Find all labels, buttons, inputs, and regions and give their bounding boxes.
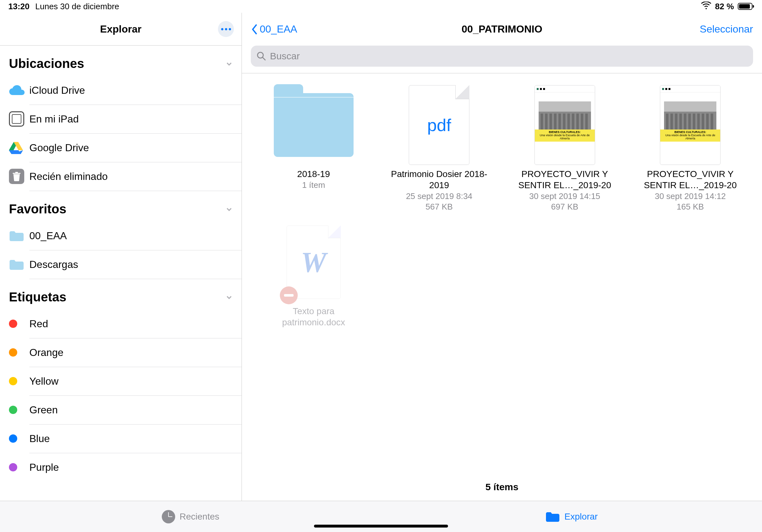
section-header-tags[interactable]: Etiquetas bbox=[0, 279, 242, 309]
sidebar-fav-downloads[interactable]: Descargas bbox=[0, 250, 242, 279]
sidebar-header: Explorar bbox=[0, 13, 242, 46]
item-count: 5 ítems bbox=[242, 477, 762, 501]
tag-dot-icon bbox=[9, 377, 17, 385]
more-button[interactable] bbox=[218, 21, 234, 37]
folder-icon bbox=[274, 93, 353, 157]
chevron-down-icon bbox=[226, 60, 233, 67]
sidebar-item-label: Descargas bbox=[29, 259, 233, 270]
back-label: 00_EAA bbox=[260, 23, 297, 35]
select-button[interactable]: Seleccionar bbox=[700, 23, 753, 35]
tag-dot-icon bbox=[9, 463, 17, 471]
file-size: 165 KB bbox=[677, 202, 704, 212]
clock-icon bbox=[162, 510, 175, 523]
tab-label: Explorar bbox=[565, 511, 598, 522]
main-nav: 00_EAA 00_PATRIMONIO Seleccionar bbox=[242, 13, 762, 46]
word-doc-icon: W bbox=[286, 226, 341, 299]
section-title-tags: Etiquetas bbox=[9, 290, 66, 304]
sidebar-title: Explorar bbox=[100, 23, 142, 35]
sidebar-fav-00-eaa[interactable]: 00_EAA bbox=[0, 221, 242, 250]
tag-dot-icon bbox=[9, 434, 17, 443]
file-name: Patrimonio Dosier 2018-2019 bbox=[386, 168, 492, 191]
file-meta: 30 sept 2019 14:15 bbox=[529, 191, 600, 201]
section-header-locations[interactable]: Ubicaciones bbox=[0, 46, 242, 76]
sidebar-item-on-my-ipad[interactable]: En mi iPad bbox=[0, 104, 242, 133]
chevron-down-icon bbox=[226, 294, 233, 301]
status-bar: 13:20 Lunes 30 de diciembre 82 % bbox=[0, 0, 762, 13]
file-meta: 25 sept 2019 8:34 bbox=[406, 191, 472, 201]
file-name: 2018-19 bbox=[297, 168, 330, 179]
folder-icon bbox=[9, 258, 24, 270]
file-size: 567 KB bbox=[426, 202, 453, 212]
sidebar-item-recently-deleted[interactable]: Recién eliminado bbox=[0, 162, 242, 191]
file-size: 697 KB bbox=[551, 202, 578, 212]
file-item[interactable]: BIENES CULTURALES:Una visión desde la Es… bbox=[632, 84, 750, 212]
file-meta: 30 sept 2019 14:12 bbox=[655, 191, 726, 201]
unavailable-badge-icon bbox=[280, 287, 298, 304]
sidebar-tag-green[interactable]: Green bbox=[0, 395, 242, 424]
tag-dot-icon bbox=[9, 348, 17, 357]
file-meta: 1 ítem bbox=[302, 180, 325, 190]
file-name: PROYECTO_VIVIR Y SENTIR EL…_2019-20 bbox=[512, 168, 617, 191]
sidebar-tag-orange[interactable]: Orange bbox=[0, 338, 242, 367]
sidebar-tag-yellow[interactable]: Yellow bbox=[0, 367, 242, 395]
status-time: 13:20 bbox=[8, 2, 30, 12]
document-thumbnail: BIENES CULTURALES:Una visión desde la Es… bbox=[660, 85, 721, 165]
wifi-icon bbox=[701, 2, 711, 12]
google-drive-icon bbox=[9, 141, 23, 154]
sidebar-item-label: Red bbox=[29, 318, 233, 330]
folder-icon bbox=[545, 511, 560, 522]
search-icon bbox=[257, 51, 266, 61]
file-item[interactable]: BIENES CULTURALES:Una visión desde la Es… bbox=[506, 84, 624, 212]
tag-dot-icon bbox=[9, 406, 17, 414]
folder-icon bbox=[9, 230, 24, 242]
svg-line-5 bbox=[263, 57, 265, 60]
sidebar-item-gdrive[interactable]: Google Drive bbox=[0, 133, 242, 162]
svg-marker-3 bbox=[9, 150, 21, 154]
section-title-favorites: Favoritos bbox=[9, 202, 66, 216]
sidebar: Explorar Ubicaciones bbox=[0, 13, 242, 501]
file-name: PROYECTO_VIVIR Y SENTIR EL…_2019-20 bbox=[638, 168, 743, 191]
sidebar-tag-purple[interactable]: Purple bbox=[0, 453, 242, 482]
trash-icon bbox=[9, 169, 24, 184]
sidebar-item-label: Yellow bbox=[29, 375, 233, 387]
sidebar-item-label: Blue bbox=[29, 433, 233, 445]
section-header-favorites[interactable]: Favoritos bbox=[0, 191, 242, 221]
home-indicator bbox=[314, 525, 448, 528]
document-thumbnail: BIENES CULTURALES:Una visión desde la Es… bbox=[534, 85, 595, 165]
chevron-down-icon bbox=[226, 206, 233, 213]
sidebar-item-label: Purple bbox=[29, 461, 233, 473]
sidebar-item-label: Orange bbox=[29, 347, 233, 359]
file-name: Texto para patrimonio.docx bbox=[261, 305, 366, 328]
ipad-icon bbox=[9, 111, 24, 127]
search-field[interactable] bbox=[251, 46, 753, 67]
sidebar-tag-red[interactable]: Red bbox=[0, 309, 242, 338]
file-item[interactable]: pdfPatrimonio Dosier 2018-201925 sept 20… bbox=[380, 84, 498, 212]
battery-percent: 82 % bbox=[715, 2, 734, 12]
tag-dot-icon bbox=[9, 320, 17, 328]
file-item[interactable]: WTexto para patrimonio.docx bbox=[255, 221, 373, 328]
sidebar-item-label: 00_EAA bbox=[29, 230, 233, 242]
file-item[interactable]: 2018-191 ítem bbox=[255, 84, 373, 212]
sidebar-item-icloud[interactable]: iCloud Drive bbox=[0, 76, 242, 104]
sidebar-tag-blue[interactable]: Blue bbox=[0, 424, 242, 453]
chevron-left-icon bbox=[251, 23, 259, 35]
section-title-locations: Ubicaciones bbox=[9, 56, 84, 71]
tab-label: Recientes bbox=[180, 511, 219, 522]
sidebar-item-label: Recién eliminado bbox=[29, 170, 233, 182]
sidebar-item-label: Google Drive bbox=[29, 142, 233, 154]
sidebar-item-label: Green bbox=[29, 404, 233, 416]
cloud-icon bbox=[9, 85, 25, 96]
main-pane: 00_EAA 00_PATRIMONIO Seleccionar 2018-19… bbox=[242, 13, 762, 501]
pdf-icon: pdf bbox=[409, 85, 469, 165]
page-title: 00_PATRIMONIO bbox=[461, 23, 542, 35]
sidebar-item-label: iCloud Drive bbox=[29, 85, 233, 96]
sidebar-item-label: En mi iPad bbox=[29, 113, 233, 125]
status-date: Lunes 30 de diciembre bbox=[36, 2, 119, 12]
search-input[interactable] bbox=[270, 51, 747, 62]
back-button[interactable]: 00_EAA bbox=[251, 23, 297, 35]
battery-icon bbox=[738, 3, 752, 10]
